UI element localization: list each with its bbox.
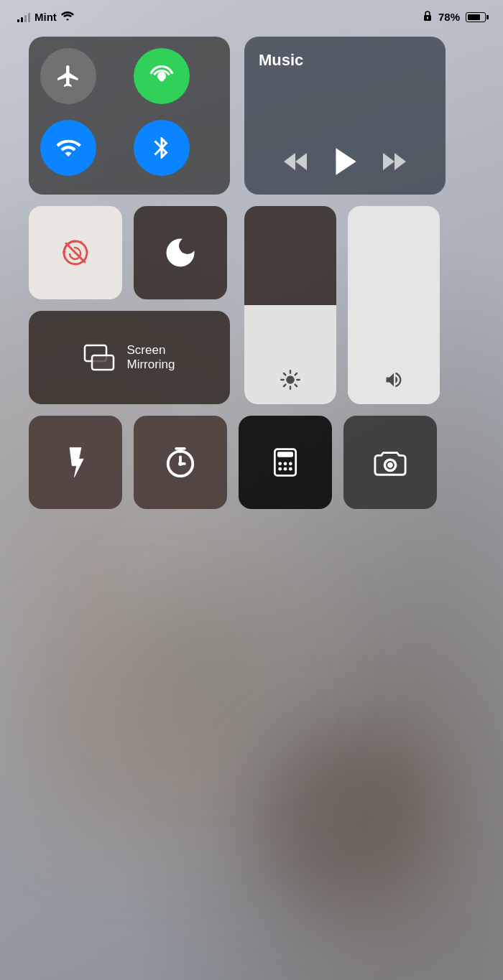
brightness-icon <box>280 370 300 393</box>
svg-point-33 <box>278 467 282 471</box>
svg-line-18 <box>295 385 297 386</box>
top-row: Music <box>29 37 474 195</box>
airplane-mode-button[interactable] <box>40 48 96 104</box>
second-row: Screen Mirroring <box>29 206 474 404</box>
battery-percent: 78% <box>438 11 460 23</box>
svg-marker-3 <box>284 153 295 170</box>
volume-slider[interactable] <box>348 206 440 404</box>
bottom-row <box>29 416 474 509</box>
svg-point-2 <box>160 78 164 82</box>
music-controls <box>282 146 407 180</box>
do-not-disturb-button[interactable] <box>134 206 227 299</box>
svg-point-35 <box>289 467 292 471</box>
svg-marker-5 <box>336 148 356 175</box>
signal-bar-3 <box>24 15 27 22</box>
svg-point-31 <box>284 462 287 465</box>
music-block: Music <box>244 37 446 195</box>
left-controls: Screen Mirroring <box>29 206 230 404</box>
svg-point-34 <box>284 467 287 471</box>
svg-point-12 <box>286 375 295 384</box>
battery-icon <box>466 12 486 22</box>
svg-line-17 <box>284 373 285 375</box>
svg-point-30 <box>278 462 282 465</box>
signal-bars-icon <box>17 12 30 22</box>
svg-line-19 <box>284 385 285 386</box>
svg-marker-7 <box>394 153 406 170</box>
svg-line-20 <box>295 373 297 375</box>
calculator-button[interactable] <box>239 416 332 509</box>
bluetooth-button[interactable] <box>134 120 190 176</box>
music-title: Music <box>259 51 303 70</box>
connectivity-block <box>29 37 230 195</box>
svg-rect-11 <box>92 355 114 370</box>
carrier-name: Mint <box>34 11 57 23</box>
wifi-button[interactable] <box>40 120 96 176</box>
brightness-slider[interactable] <box>244 206 336 404</box>
signal-bar-1 <box>17 19 19 22</box>
screen-mirroring-button[interactable]: Screen Mirroring <box>29 311 230 404</box>
sliders-area <box>244 206 446 404</box>
status-left: Mint <box>17 11 74 23</box>
fast-forward-button[interactable] <box>382 151 407 174</box>
cellular-button[interactable] <box>134 48 190 104</box>
screen-mirroring-label: Screen Mirroring <box>126 343 175 373</box>
svg-point-37 <box>387 462 393 468</box>
svg-rect-29 <box>277 452 293 457</box>
flashlight-button[interactable] <box>29 416 122 509</box>
status-right: 78% <box>423 10 486 24</box>
svg-point-27 <box>178 462 183 466</box>
rotation-lock-button[interactable] <box>29 206 122 299</box>
rewind-button[interactable] <box>282 151 308 174</box>
camera-button[interactable] <box>343 416 437 509</box>
svg-marker-21 <box>387 373 394 387</box>
svg-marker-4 <box>295 153 307 170</box>
small-buttons-row <box>29 206 230 299</box>
svg-point-32 <box>289 462 292 465</box>
signal-bar-2 <box>21 17 23 22</box>
play-button[interactable] <box>331 146 359 180</box>
status-bar: Mint 78% <box>0 0 503 29</box>
timer-button[interactable] <box>134 416 227 509</box>
control-center: Music <box>29 37 474 509</box>
svg-marker-6 <box>383 153 394 170</box>
lock-icon <box>423 10 433 24</box>
volume-icon <box>384 370 404 393</box>
signal-bar-4 <box>28 13 30 22</box>
status-wifi-icon <box>61 11 74 23</box>
